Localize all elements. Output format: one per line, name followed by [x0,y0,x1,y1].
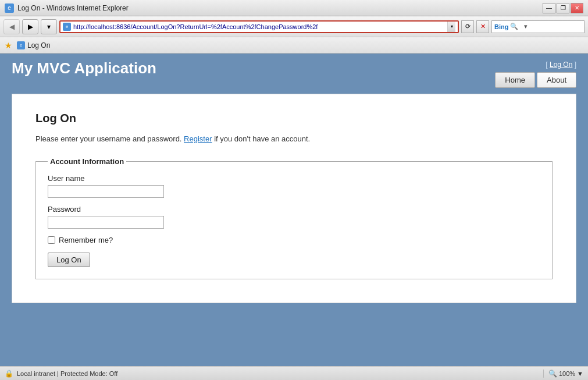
main-content: Log On Please enter your username and pa… [0,88,588,315]
browser-content: My MVC Application [ Log On ] Home About… [0,54,588,366]
favorites-item-logon[interactable]: e Log On [17,41,50,49]
logon-desc-suffix: if you don't have an account. [212,134,311,143]
logon-prefix: [ [546,61,550,69]
account-info-fieldset: Account Information User name Password R… [35,157,553,279]
page-icon: e [63,23,71,31]
nav-buttons: Home About [495,72,576,88]
nav-toolbar: ◀ ▶ ▾ e http://localhost:8636/Account/Lo… [0,16,588,37]
remember-me-checkbox[interactable] [48,236,55,244]
favorites-star[interactable]: ★ [5,41,12,50]
home-nav-button[interactable]: Home [495,72,535,88]
password-group: Password [48,205,540,229]
refresh-button[interactable]: ⟳ [461,20,474,33]
minimize-button[interactable]: — [543,3,555,13]
fieldset-legend: Account Information [48,157,126,166]
zoom-area: 🔍 100% ▼ [543,370,583,378]
favorites-item-label: Log On [27,41,50,49]
favorites-bar: ★ e Log On [0,37,588,54]
zoom-arrow[interactable]: ▼ [577,370,583,377]
address-bar[interactable]: e http://localhost:8636/Account/LogOn?Re… [59,20,459,33]
logon-link-area: [ Log On ] [495,59,576,69]
logon-suffix: ] [572,61,576,69]
logon-title: Log On [35,112,553,125]
address-dropdown[interactable]: ▾ [447,22,455,32]
zoom-icon: 🔍 [548,370,557,378]
username-input[interactable] [48,185,164,198]
header-logon-link[interactable]: Log On [550,61,572,69]
status-text: Local intranet | Protected Mode: Off [17,370,117,377]
logon-submit-button[interactable]: Log On [48,253,90,267]
username-label: User name [48,174,540,183]
header-right: [ Log On ] Home About [495,59,576,88]
logon-desc-text: Please enter your username and password. [35,134,184,143]
window-title: Log On - Windows Internet Explorer [17,4,129,12]
restore-button[interactable]: ❐ [557,3,569,13]
content-box: Log On Please enter your username and pa… [12,94,576,303]
register-link[interactable]: Register [184,134,212,143]
back-button[interactable]: ◀ [3,19,20,34]
remember-me-label: Remember me? [59,236,113,244]
status-icon: 🔒 [5,370,13,378]
status-right: 🔍 100% ▼ [543,370,583,378]
bing-logo: Bing [494,23,508,30]
about-nav-button[interactable]: About [537,72,576,88]
password-input[interactable] [48,216,164,229]
remember-me-group: Remember me? [48,236,540,244]
title-bar: e Log On - Windows Internet Explorer — ❐… [0,0,588,16]
search-dropdown[interactable]: ▾ [520,21,532,33]
recent-pages-button[interactable]: ▾ [41,19,57,34]
username-group: User name [48,174,540,198]
address-text: http://localhost:8636/Account/LogOn?Retu… [73,23,445,30]
search-button[interactable]: 🔍 [508,21,520,33]
app-title: My MVC Application [12,59,156,83]
zoom-text: 100% [559,370,575,377]
app-header: My MVC Application [ Log On ] Home About [0,54,588,88]
window-controls: — ❐ ✕ [543,3,583,13]
stop-button[interactable]: ✕ [476,20,489,33]
forward-button[interactable]: ▶ [22,19,38,34]
logon-description: Please enter your username and password.… [35,134,553,143]
close-button[interactable]: ✕ [571,3,583,13]
browser-icon: e [5,3,14,13]
favorites-item-icon: e [17,41,25,49]
password-label: Password [48,205,540,214]
address-bar-container: e http://localhost:8636/Account/LogOn?Re… [59,20,489,33]
status-bar: 🔒 Local intranet | Protected Mode: Off 🔍… [0,366,588,380]
search-bar[interactable]: Bing 🔍 ▾ [491,20,585,33]
status-left: 🔒 Local intranet | Protected Mode: Off [5,370,117,378]
